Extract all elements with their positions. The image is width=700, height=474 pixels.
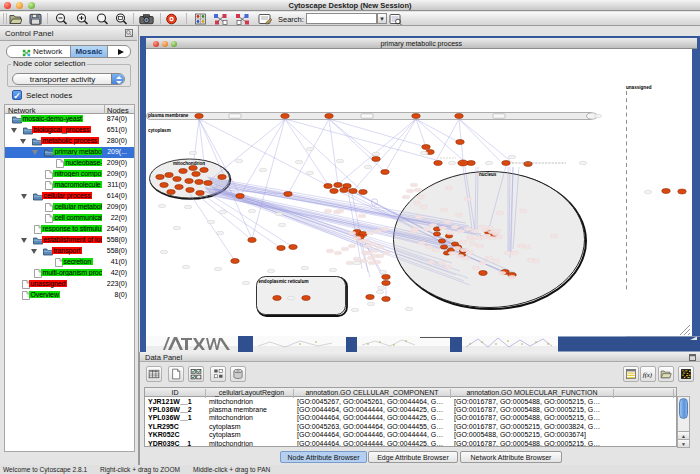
svg-text:unassigned: unassigned — [626, 85, 652, 90]
svg-text:nucleus: nucleus — [479, 172, 497, 177]
svg-text:cytoplasm: cytoplasm — [148, 128, 171, 133]
svg-text:f(x): f(x) — [643, 371, 653, 379]
svg-text:endoplasmic reticulum: endoplasmic reticulum — [258, 279, 308, 284]
svg-text:mitochondrion: mitochondrion — [173, 161, 205, 166]
svg-text:plasma membrane: plasma membrane — [148, 113, 189, 118]
